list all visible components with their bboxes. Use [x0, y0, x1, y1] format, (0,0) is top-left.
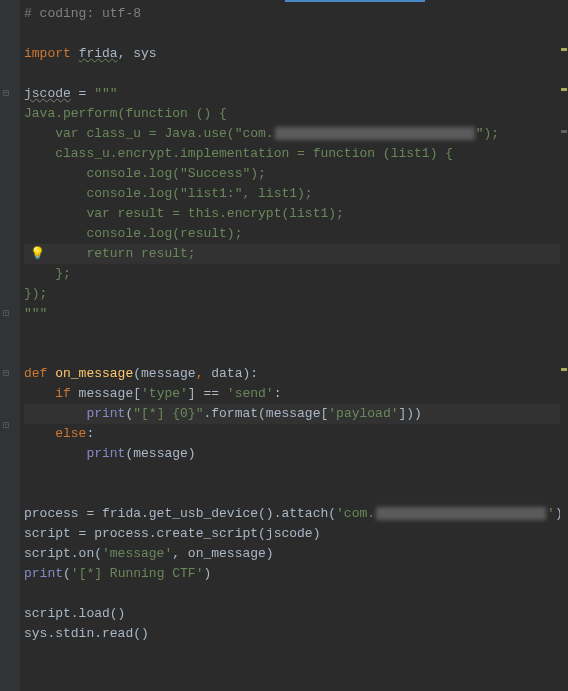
string-open: """ — [94, 86, 117, 101]
minimap-scrollbar[interactable] — [560, 0, 568, 691]
string-literal: 'message' — [102, 546, 172, 561]
fold-open-icon[interactable]: ⊟ — [3, 364, 9, 384]
code-text: .format(message[ — [203, 406, 328, 421]
builtin-print: print — [24, 446, 125, 461]
code-text: message[ — [71, 386, 141, 401]
code-text: process = frida.get_usb_device().attach( — [24, 506, 336, 521]
code-text: ] == — [188, 386, 227, 401]
code-editor[interactable]: # coding: utf-8 import frida, sys jscode… — [20, 0, 568, 691]
minimap-warning-mark — [561, 368, 567, 371]
editor-gutter[interactable]: ⊟ ⊡ ⊟ ⊡ — [0, 0, 20, 691]
string-literal: '[*] Running CTF' — [71, 566, 204, 581]
string-literal: 'payload' — [328, 406, 398, 421]
keyword-else: else — [24, 426, 86, 441]
fold-open-icon[interactable]: ⊟ — [3, 84, 9, 104]
code-text: script.on( — [24, 546, 102, 561]
js-line: console.log("list1:", list1); — [24, 186, 313, 201]
string-literal: "[*] {0}" — [133, 406, 203, 421]
js-line: "); — [476, 126, 499, 141]
js-line: var result = this.encrypt(list1); — [24, 206, 344, 221]
code-text: script = process.create_script(jscode) — [24, 526, 320, 541]
js-line: return result; — [24, 246, 196, 261]
string-literal: 'com. — [336, 506, 375, 521]
paren: ])) — [399, 406, 422, 421]
code-text: , on_message) — [172, 546, 273, 561]
minimap-warning-mark — [561, 48, 567, 51]
js-line: console.log(result); — [24, 226, 242, 241]
keyword-def: def — [24, 366, 47, 381]
js-line: }); — [24, 286, 47, 301]
function-name: on_message — [47, 366, 133, 381]
code-text: (message) — [125, 446, 195, 461]
js-line: class_u.encrypt.implementation = functio… — [24, 146, 453, 161]
minimap-weak-mark — [561, 130, 567, 133]
string-literal: 'type' — [141, 386, 188, 401]
intention-bulb-icon[interactable]: 💡 — [30, 244, 45, 264]
code-text: script.load() — [24, 606, 125, 621]
module-frida: frida — [79, 46, 118, 61]
param-data: data — [203, 366, 242, 381]
js-line: var class_u = Java.use("com. — [24, 126, 274, 141]
string-close: """ — [24, 306, 47, 321]
string-literal: ' — [547, 506, 555, 521]
paren: ( — [133, 366, 141, 381]
colon: : — [274, 386, 282, 401]
js-line: }; — [24, 266, 71, 281]
fold-close-icon[interactable]: ⊡ — [3, 304, 9, 324]
paren: ) — [203, 566, 211, 581]
redacted-text — [275, 127, 475, 140]
param-message: message — [141, 366, 196, 381]
colon: : — [86, 426, 94, 441]
js-line: console.log("Success"); — [24, 166, 266, 181]
module-sys: sys — [125, 46, 156, 61]
minimap-warning-mark — [561, 88, 567, 91]
redacted-text — [376, 507, 546, 520]
fold-close-icon[interactable]: ⊡ — [3, 416, 9, 436]
paren: ): — [242, 366, 258, 381]
keyword-if: if — [24, 386, 71, 401]
code-comment: # coding: utf-8 — [24, 6, 141, 21]
string-literal: 'send' — [227, 386, 274, 401]
paren: ( — [63, 566, 71, 581]
var-jscode: jscode — [24, 86, 71, 101]
js-line: Java.perform(function () { — [24, 106, 227, 121]
builtin-print: print — [24, 406, 125, 421]
assign-op: = — [71, 86, 94, 101]
code-text: sys.stdin.read() — [24, 626, 149, 641]
keyword-import: import — [24, 46, 71, 61]
builtin-print: print — [24, 566, 63, 581]
